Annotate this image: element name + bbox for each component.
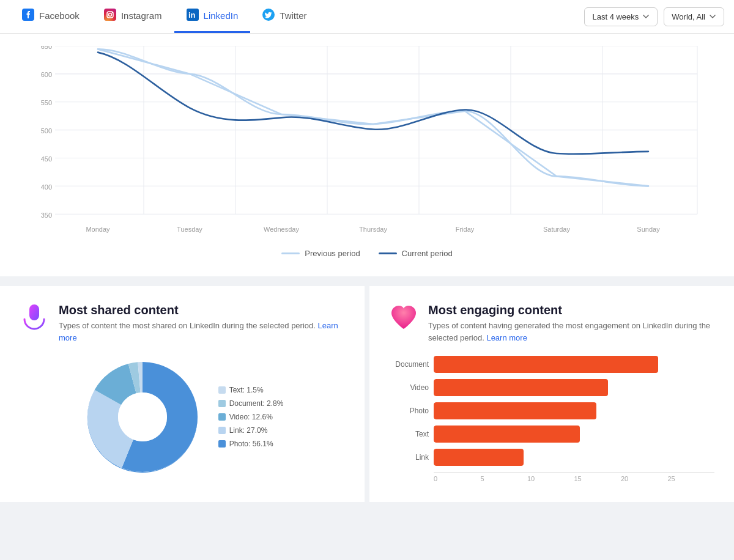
filter-controls: Last 4 weeks World, All — [584, 7, 724, 26]
svg-text:600: 600 — [41, 71, 52, 78]
svg-point-4 — [112, 12, 113, 13]
donut-label-text: Text: 1.5% — [218, 386, 284, 394]
svg-text:Friday: Friday — [456, 226, 475, 233]
svg-text:400: 400 — [41, 183, 52, 190]
bar-track-photo — [434, 402, 714, 419]
bar-row-link: Link — [389, 449, 714, 466]
svg-text:Sunday: Sunday — [637, 226, 660, 233]
svg-text:Wednesday: Wednesday — [264, 226, 299, 233]
most-engaging-text: Most engaging content Types of content h… — [428, 303, 714, 344]
bar-row-text: Text — [389, 426, 714, 443]
bar-label-video: Video — [389, 383, 429, 392]
most-shared-title: Most shared content — [59, 303, 345, 317]
svg-text:350: 350 — [41, 211, 52, 218]
svg-text:500: 500 — [41, 127, 52, 134]
bar-chart: Document Video Photo Text — [389, 356, 714, 482]
legend-previous: Previous period — [281, 249, 360, 258]
bar-row-photo: Photo — [389, 402, 714, 419]
microphone-icon — [20, 303, 49, 342]
svg-text:550: 550 — [41, 99, 52, 106]
most-engaging-title: Most engaging content — [428, 303, 714, 317]
bar-track-text — [434, 426, 714, 443]
svg-text:Thursday: Thursday — [359, 226, 387, 233]
svg-text:450: 450 — [41, 155, 52, 162]
legend-current: Current period — [379, 249, 453, 258]
heart-icon — [389, 303, 418, 337]
bar-track-video — [434, 379, 714, 396]
most-engaging-learn-more[interactable]: Learn more — [486, 333, 527, 342]
legend-current-line — [379, 252, 397, 254]
tab-twitter-label: Twitter — [280, 10, 306, 21]
donut-label-link: Link: 27.0% — [218, 426, 284, 435]
tab-instagram[interactable]: Instagram — [92, 0, 174, 33]
most-engaging-panel: Most engaging content Types of content h… — [369, 286, 734, 502]
svg-text:650: 650 — [41, 46, 52, 50]
donut-label-photo: Photo: 56.1% — [218, 440, 284, 448]
bar-fill-link — [434, 449, 524, 466]
chart-legend: Previous period Current period — [24, 249, 710, 258]
region-label: World, All — [672, 12, 705, 21]
chevron-down-icon — [642, 13, 650, 20]
bar-label-link: Link — [389, 453, 429, 462]
axis-5: 5 — [481, 475, 528, 482]
legend-previous-line — [281, 252, 300, 254]
bottom-panels: Most shared content Types of content the… — [0, 286, 734, 502]
instagram-icon — [104, 9, 116, 23]
tab-linkedin[interactable]: in LinkedIn — [174, 0, 251, 33]
most-shared-desc: Types of content the most shared on Link… — [59, 320, 345, 344]
bar-label-document: Document — [389, 360, 429, 369]
svg-text:Monday: Monday — [86, 226, 109, 233]
most-shared-header: Most shared content Types of content the… — [20, 303, 345, 344]
facebook-icon — [22, 9, 34, 23]
svg-text:Saturday: Saturday — [543, 226, 570, 233]
tab-instagram-label: Instagram — [121, 10, 162, 21]
bar-fill-text — [434, 426, 580, 443]
bar-fill-video — [434, 379, 608, 396]
period-label: Last 4 weeks — [592, 12, 639, 21]
svg-text:in: in — [188, 10, 196, 20]
bar-axis: 0 5 10 15 20 25 — [434, 472, 714, 482]
donut-chart — [81, 356, 204, 478]
most-engaging-header: Most engaging content Types of content h… — [389, 303, 714, 344]
region-dropdown[interactable]: World, All — [664, 7, 724, 26]
bar-row-video: Video — [389, 379, 714, 396]
platform-tabs: Facebook — [10, 0, 319, 33]
bar-label-photo: Photo — [389, 407, 429, 415]
linkedin-icon: in — [187, 9, 199, 23]
tab-twitter[interactable]: Twitter — [250, 0, 319, 33]
axis-0: 0 — [434, 475, 481, 482]
donut-label-video: Video: 12.6% — [218, 413, 284, 421]
line-chart-section: 650 600 550 500 450 400 350 Monday Tuesd… — [0, 34, 734, 276]
twitter-icon — [262, 9, 275, 23]
svg-rect-36 — [29, 304, 39, 320]
svg-rect-1 — [104, 9, 116, 21]
chart-svg: 650 600 550 500 450 400 350 Monday Tuesd… — [24, 46, 710, 241]
tab-facebook-label: Facebook — [39, 10, 80, 21]
chevron-down-icon-2 — [709, 13, 716, 20]
bar-label-text: Text — [389, 430, 429, 438]
tab-facebook[interactable]: Facebook — [10, 0, 92, 33]
bar-fill-photo — [434, 402, 596, 419]
axis-10: 10 — [527, 475, 574, 482]
tab-bar: Facebook — [0, 0, 734, 34]
axis-20: 20 — [621, 475, 668, 482]
tab-linkedin-label: LinkedIn — [204, 10, 239, 21]
bar-track-document — [434, 356, 714, 373]
legend-previous-label: Previous period — [305, 249, 360, 258]
bar-fill-document — [434, 356, 658, 373]
donut-label-document: Document: 2.8% — [218, 399, 284, 408]
most-shared-text: Most shared content Types of content the… — [59, 303, 345, 344]
axis-25: 25 — [668, 475, 715, 482]
period-dropdown[interactable]: Last 4 weeks — [584, 7, 658, 26]
bar-track-link — [434, 449, 714, 466]
most-engaging-desc: Types of content having generated the mo… — [428, 320, 714, 344]
legend-current-label: Current period — [402, 249, 453, 258]
most-shared-panel: Most shared content Types of content the… — [0, 286, 365, 502]
bar-row-document: Document — [389, 356, 714, 373]
line-chart: 650 600 550 500 450 400 350 Monday Tuesd… — [24, 46, 710, 241]
axis-15: 15 — [574, 475, 621, 482]
svg-point-46 — [118, 392, 167, 441]
svg-text:Tuesday: Tuesday — [177, 226, 202, 233]
